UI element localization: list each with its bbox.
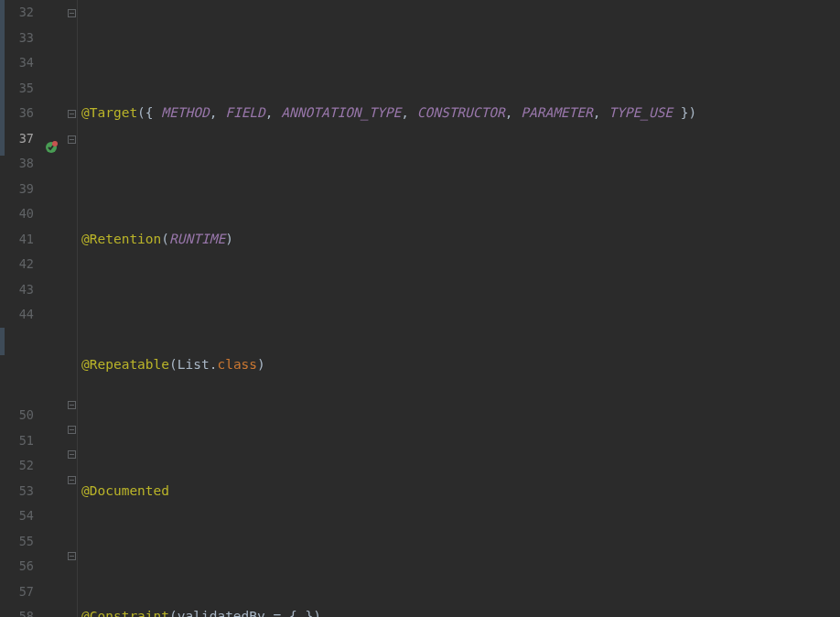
line-number[interactable]: 33 [0,26,34,51]
line-number[interactable]: 34 [0,50,34,76]
annotation: @Target [81,105,137,120]
code-editor[interactable]: 32 33 34 35 36 37 38 39 40 41 42 43 44 5… [0,0,840,617]
highlight-band [0,328,5,355]
code-line[interactable]: @Documented [78,479,840,504]
enum-constant: METHOD [161,105,209,120]
fold-toggle-icon[interactable] [68,476,76,484]
fold-toggle-icon[interactable] [68,110,76,118]
line-number[interactable]: 58 [0,604,34,617]
line-number[interactable]: 41 [0,227,34,253]
line-number[interactable]: 39 [0,177,34,202]
fold-toggle-icon[interactable] [68,9,76,17]
gutter-markers [41,0,67,617]
implemented-icon[interactable] [44,140,59,155]
line-number-gutter[interactable]: 32 33 34 35 36 37 38 39 40 41 42 43 44 5… [0,0,41,617]
fold-toggle-icon[interactable] [68,401,76,409]
code-area[interactable]: @Target({ METHOD, FIELD, ANNOTATION_TYPE… [78,0,840,617]
code-line[interactable]: @Repeatable(List.class) [78,352,840,378]
svg-point-1 [52,141,58,146]
code-line[interactable]: @Target({ METHOD, FIELD, ANNOTATION_TYPE… [78,101,840,126]
line-number[interactable]: 52 [0,453,34,479]
line-number[interactable]: 37 [0,126,34,152]
highlight-band [0,0,5,156]
line-number[interactable]: 38 [0,151,34,177]
line-number[interactable]: 51 [0,428,34,454]
line-number[interactable]: 55 [0,529,34,555]
line-number[interactable]: 57 [0,579,34,605]
fold-toggle-icon[interactable] [68,552,76,560]
line-number[interactable]: 32 [0,0,34,26]
line-number[interactable]: 53 [0,479,34,504]
fold-toggle-icon[interactable] [68,450,76,459]
line-number[interactable]: 44 [0,302,34,328]
code-line[interactable]: @Retention(RUNTIME) [78,227,840,253]
fold-toggle-icon[interactable] [68,135,76,144]
line-number[interactable]: 35 [0,76,34,102]
fold-toggle-icon[interactable] [68,426,76,434]
line-number[interactable]: 36 [0,101,34,126]
line-number[interactable]: 42 [0,252,34,277]
line-number[interactable]: 43 [0,277,34,303]
line-number[interactable]: 40 [0,201,34,227]
code-line[interactable]: @Constraint(validatedBy = { }) [78,604,840,617]
line-number[interactable]: 54 [0,503,34,529]
fold-strip[interactable] [67,0,78,617]
line-number[interactable]: 50 [0,403,34,428]
line-number[interactable]: 56 [0,554,34,579]
